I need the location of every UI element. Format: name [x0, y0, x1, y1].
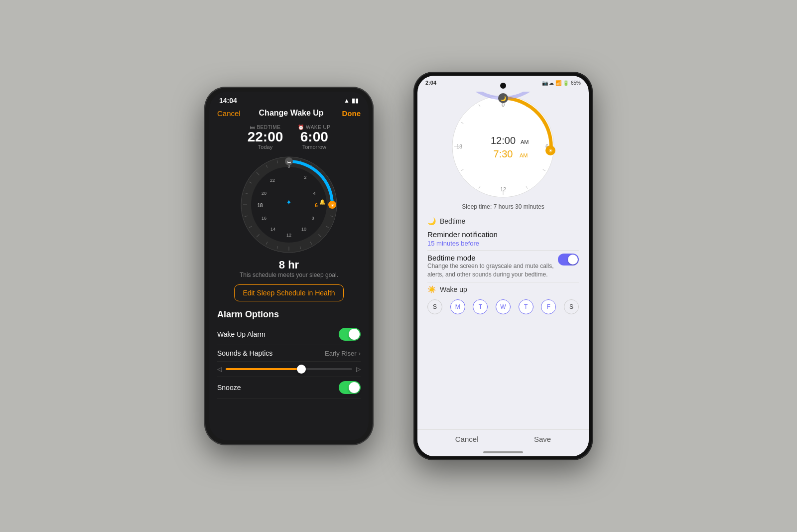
iphone-edit-button[interactable]: Edit Sleep Schedule in Health	[209, 280, 369, 305]
svg-text:16: 16	[262, 216, 266, 221]
day-circle[interactable]: T	[519, 299, 533, 314]
volume-high-icon: ▷	[356, 366, 361, 373]
iphone-hours-display: 8 hr This schedule meets your sleep goal…	[209, 257, 369, 280]
svg-text:22: 22	[270, 178, 275, 183]
android-icons: 📷 ☁ 📶 🔋	[542, 80, 569, 86]
iphone-status-icons: ▲ ▮▮	[344, 97, 359, 104]
svg-text:10: 10	[301, 227, 306, 232]
iphone-nav: Cancel Change Wake Up Done	[209, 107, 369, 122]
bedtime-section-header: 🌙 Bedtime	[427, 217, 579, 225]
snooze-label: Snooze	[217, 384, 241, 392]
wake-alarm-toggle[interactable]	[339, 328, 361, 341]
snooze-toggle-knob	[349, 382, 360, 393]
svg-text:4: 4	[313, 191, 315, 196]
wakeup-section-label: Wake up	[440, 285, 467, 293]
wake-alarm-label: Wake Up Alarm	[217, 330, 266, 338]
volume-slider-track[interactable]	[226, 368, 352, 370]
alarm-row-snooze: Snooze	[217, 377, 361, 399]
svg-text:14: 14	[270, 227, 275, 232]
chevron-right-icon: ›	[359, 350, 361, 357]
svg-text:12: 12	[500, 186, 506, 192]
svg-text:7:30: 7:30	[494, 148, 513, 159]
iphone-device: 14:04 ▲ ▮▮ Cancel Change Wake Up Done 🛏 …	[204, 87, 374, 445]
day-circle[interactable]: T	[473, 299, 488, 314]
android-save-button[interactable]: Save	[534, 435, 551, 443]
android-battery: 65%	[571, 80, 581, 86]
day-circle[interactable]: S	[564, 299, 579, 314]
android-content: 0 6 12 18 🌙	[417, 88, 589, 429]
svg-text:12: 12	[286, 233, 291, 238]
slider-fill	[226, 368, 301, 370]
bedtime-sub: Today	[248, 144, 283, 150]
reminder-title: Reminder notification	[427, 230, 579, 239]
wakeup-section-header: ☀️ Wake up	[427, 285, 579, 293]
day-circle[interactable]: S	[427, 299, 442, 314]
svg-text:☀: ☀	[331, 203, 334, 208]
android-notch	[500, 83, 506, 89]
android-bottom-nav: Cancel Save	[417, 429, 589, 448]
day-circle[interactable]: W	[496, 299, 511, 314]
svg-text:12:00: 12:00	[491, 135, 516, 146]
iphone-cancel-button[interactable]: Cancel	[217, 109, 241, 118]
alarm-row-sounds[interactable]: Sounds & Haptics Early Riser ›	[217, 345, 361, 362]
android-time: 2:04	[425, 80, 436, 86]
svg-text:18: 18	[257, 203, 263, 208]
reminder-subtitle: 15 minutes before	[427, 240, 579, 247]
bedtime-section-label: Bedtime	[440, 217, 465, 225]
bedtime-mode-toggle[interactable]	[558, 254, 579, 266]
android-clock-wrapper[interactable]: 0 6 12 18 🌙	[427, 88, 579, 203]
android-status-icons: 📷 ☁ 📶 🔋 65%	[542, 80, 581, 86]
bedtime-mode-flex: Bedtime mode Change the screen to graysc…	[427, 254, 579, 279]
svg-text:☀: ☀	[548, 148, 553, 153]
toggle-knob	[349, 329, 360, 340]
svg-text:✦: ✦	[286, 198, 292, 206]
snooze-toggle[interactable]	[339, 381, 361, 394]
sun-icon: ☀️	[427, 285, 436, 293]
reminder-notification-row[interactable]: Reminder notification 15 minutes before	[427, 227, 579, 251]
iphone-clock-container[interactable]: 0 2 4 6 8 10 12 14 16 18 20 22	[209, 153, 369, 257]
bedtime-toggle-knob	[568, 255, 578, 265]
svg-text:AM: AM	[520, 152, 528, 158]
wakeup-days-row[interactable]: SMTWTFS	[427, 295, 579, 318]
hours-value: 8 hr	[209, 259, 369, 271]
battery-icon: ▮▮	[352, 97, 359, 104]
iphone-time: 14:04	[219, 97, 237, 105]
iphone-screen: 14:04 ▲ ▮▮ Cancel Change Wake Up Done 🛏 …	[209, 92, 369, 440]
bedtime-mode-row: Bedtime mode Change the screen to graysc…	[427, 251, 579, 282]
android-screen: 2:04 📷 ☁ 📶 🔋 65%	[417, 76, 589, 456]
iphone-alarm-section: Alarm Options Wake Up Alarm Sounds & Hap…	[209, 305, 369, 402]
wakeup-sub: Tomorrow	[298, 144, 330, 150]
alarm-title: Alarm Options	[217, 309, 361, 320]
home-bar-indicator	[483, 451, 523, 453]
android-clock[interactable]: 0 6 12 18 🌙	[448, 92, 558, 201]
volume-low-icon: ◁	[217, 366, 222, 373]
edit-btn-text[interactable]: Edit Sleep Schedule in Health	[234, 284, 343, 301]
bedtime-mode-info: Bedtime mode Change the screen to graysc…	[427, 254, 558, 279]
day-circle[interactable]: M	[450, 299, 465, 314]
svg-text:🌙: 🌙	[500, 95, 507, 102]
wifi-icon: ▲	[344, 97, 350, 104]
slider-thumb[interactable]	[297, 365, 306, 374]
iphone-done-button[interactable]: Done	[342, 109, 361, 118]
scene: 14:04 ▲ ▮▮ Cancel Change Wake Up Done 🛏 …	[0, 0, 797, 532]
iphone-wakeup-block: ⏰ WAKE UP 6:00 Tomorrow	[298, 125, 330, 150]
iphone-bedtime-block: 🛏 BEDTIME 22:00 Today	[248, 125, 283, 150]
iphone-sleep-header: 🛏 BEDTIME 22:00 Today ⏰ WAKE UP 6:00 Tom…	[209, 122, 369, 153]
sounds-label: Sounds & Haptics	[217, 349, 272, 357]
android-sleep-duration: Sleep time: 7 hours 30 minutes	[427, 203, 579, 210]
moon-icon: 🌙	[427, 217, 436, 225]
android-cancel-button[interactable]: Cancel	[455, 435, 479, 443]
svg-text:18: 18	[456, 143, 462, 149]
bedtime-mode-desc: Change the screen to grayscale and mute …	[427, 262, 558, 279]
day-circle[interactable]: F	[541, 299, 556, 314]
svg-text:6: 6	[315, 203, 318, 208]
iphone-status-bar: 14:04 ▲ ▮▮	[209, 92, 369, 107]
svg-text:8: 8	[311, 216, 314, 221]
bedtime-value: 22:00	[248, 130, 283, 144]
volume-slider-row[interactable]: ◁ ▷	[217, 362, 361, 377]
svg-text:🔔: 🔔	[319, 199, 326, 205]
svg-point-44	[452, 96, 554, 197]
svg-text:20: 20	[262, 191, 266, 196]
iphone-clock-wheel[interactable]: 0 2 4 6 8 10 12 14 16 18 20 22	[239, 155, 339, 255]
iphone-nav-title: Change Wake Up	[259, 109, 324, 118]
